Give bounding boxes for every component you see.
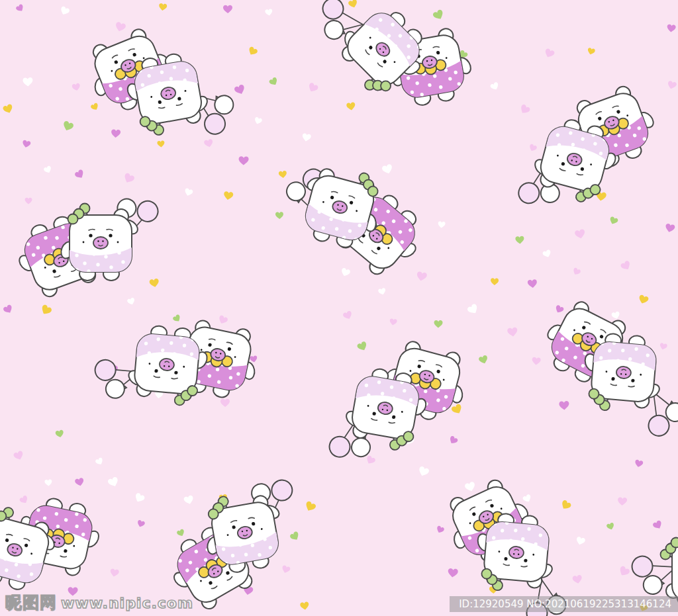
heart [74, 478, 84, 487]
heart [507, 327, 518, 337]
heart [356, 341, 368, 352]
heart [43, 165, 52, 174]
heart [62, 120, 74, 132]
heart [559, 500, 571, 511]
heart [220, 399, 230, 408]
heart [606, 522, 615, 531]
heart [587, 48, 595, 56]
heart [304, 501, 316, 513]
heart [111, 129, 121, 138]
heart [307, 82, 318, 94]
heart [340, 267, 351, 277]
heart [438, 221, 446, 228]
heart [72, 83, 81, 91]
watermark-site-url: www.nipic.com [61, 595, 193, 611]
heart [275, 212, 283, 219]
heart [3, 104, 14, 115]
heart [157, 140, 165, 148]
heart [434, 320, 442, 328]
bear-pair-cluster [533, 293, 678, 439]
heart [571, 267, 581, 277]
heart [572, 574, 583, 584]
bear-pair-cluster [78, 22, 242, 139]
heart [109, 568, 119, 578]
heart [223, 5, 232, 14]
heart [665, 223, 676, 233]
heart [467, 303, 480, 316]
heart [554, 304, 565, 314]
heart [122, 173, 135, 185]
heart [238, 156, 248, 165]
heart [281, 565, 291, 574]
heart [126, 297, 136, 306]
heart [300, 601, 310, 610]
heart [254, 116, 263, 125]
bear-pattern-canvas [0, 0, 678, 616]
heart [652, 520, 663, 531]
bear-pair-cluster [7, 191, 161, 304]
heart [618, 497, 628, 506]
heart [265, 9, 273, 16]
heart [172, 314, 182, 323]
heart [107, 476, 120, 488]
heart [74, 169, 85, 180]
bear-pair-cluster [282, 159, 435, 286]
heart [515, 236, 524, 244]
heart [478, 355, 489, 365]
heart [223, 191, 234, 200]
bear-pair-cluster [0, 492, 107, 596]
heart [490, 81, 500, 91]
bear-clusters-layer [0, 0, 678, 616]
heart [527, 279, 537, 288]
heart [95, 457, 104, 466]
bear-pair-cluster [327, 336, 475, 464]
heart [448, 435, 459, 445]
heart [346, 102, 356, 110]
heart [634, 459, 644, 468]
heart [542, 249, 552, 259]
heart [289, 531, 301, 542]
heart [15, 3, 25, 13]
heart [278, 171, 287, 179]
heart [491, 278, 499, 285]
heart [365, 455, 376, 466]
heart [667, 80, 677, 90]
heart [183, 495, 195, 506]
heart [217, 315, 228, 326]
heart [90, 103, 99, 112]
heart [417, 466, 430, 478]
bear-pair-cluster [516, 80, 665, 211]
heart [149, 278, 160, 288]
heart [638, 294, 649, 305]
heart [23, 77, 33, 87]
heart [667, 24, 676, 32]
heart [416, 271, 427, 282]
heart [618, 565, 631, 578]
heart [389, 318, 398, 326]
heart [25, 198, 32, 204]
heart [451, 403, 463, 416]
heart [378, 288, 387, 296]
heart [268, 77, 279, 87]
heart [432, 9, 445, 21]
heart [247, 46, 258, 57]
heart [44, 479, 52, 486]
bear-pair-cluster [436, 472, 568, 616]
heart [250, 355, 258, 363]
heart [522, 494, 532, 504]
heart [574, 229, 586, 240]
heart [464, 481, 476, 492]
watermark-site-name: 昵图网 [5, 593, 57, 612]
bear-pair-cluster [93, 316, 266, 408]
heart [608, 216, 618, 225]
heart [301, 133, 311, 142]
heart [436, 525, 445, 534]
heart [59, 6, 70, 17]
heart [532, 357, 541, 365]
heart [528, 144, 538, 152]
heart [342, 310, 354, 321]
heart [13, 451, 24, 462]
heart [620, 260, 632, 272]
heart [611, 311, 621, 320]
heart [234, 84, 246, 96]
